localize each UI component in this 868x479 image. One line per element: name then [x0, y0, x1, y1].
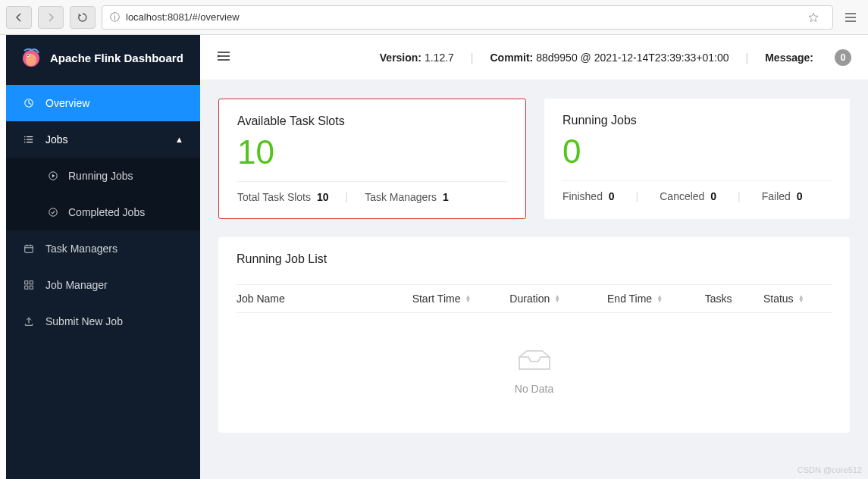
app-title: Apache Flink Dashboard [50, 52, 183, 64]
calendar-icon [23, 243, 35, 254]
url-text: localhost:8081/#/overview [126, 11, 240, 23]
divider [237, 181, 507, 182]
nav-jobs-label: Jobs [45, 133, 68, 146]
sort-icon: ▲▼ [554, 295, 560, 303]
upload-icon [23, 316, 35, 327]
nav-job-manager[interactable]: Job Manager [6, 267, 200, 303]
watermark: CSDN @core512 [797, 465, 862, 474]
reload-button[interactable] [70, 6, 96, 29]
running-jobs-value: 0 [562, 133, 832, 170]
message-count-badge[interactable]: 0 [835, 49, 851, 66]
th-status[interactable]: Status▲▼ [763, 293, 832, 305]
available-slots-value: 10 [237, 134, 507, 171]
browser-menu-icon[interactable] [839, 6, 862, 29]
nav-jobs[interactable]: Jobs ▲ [6, 121, 200, 158]
back-button[interactable] [6, 6, 32, 29]
svg-point-11 [24, 136, 25, 137]
divider [562, 180, 832, 181]
header-message: Message: [765, 52, 813, 64]
table-header: Job Name Start Time▲▼ Duration▲▼ End Tim… [237, 284, 832, 313]
svg-rect-22 [25, 286, 28, 289]
separator: | [746, 52, 749, 64]
nav: Overview Jobs ▲ Running Jobs Completed [6, 80, 200, 340]
main: Version: 1.12.7 | Commit: 88d9950 @ 2021… [200, 35, 868, 479]
header: Version: 1.12.7 | Commit: 88d9950 @ 2021… [200, 35, 868, 80]
card-meta: Total Task Slots 10 | Task Managers 1 [237, 191, 507, 203]
nav-running-jobs-label: Running Jobs [68, 170, 133, 182]
check-circle-icon [47, 207, 59, 218]
card-available-slots: Available Task Slots 10 Total Task Slots… [218, 99, 526, 219]
nav-completed-jobs[interactable]: Completed Jobs [6, 194, 200, 230]
svg-point-15 [49, 208, 58, 217]
nav-task-managers[interactable]: Task Managers [6, 230, 200, 267]
nav-overview-label: Overview [45, 97, 89, 109]
panel-title: Running Job List [237, 252, 832, 266]
sort-icon: ▲▼ [656, 295, 663, 303]
separator: | [738, 190, 741, 202]
running-job-list-panel: Running Job List Job Name Start Time▲▼ D… [218, 237, 850, 433]
nav-submit-new-job-label: Submit New Job [45, 315, 123, 327]
empty-state: No Data [237, 313, 832, 402]
header-commit: Commit: 88d9950 @ 2021-12-14T23:39:33+01… [490, 52, 729, 64]
sidebar: Apache Flink Dashboard Overview Jobs ▲ [6, 35, 200, 479]
nav-overview[interactable]: Overview [6, 85, 200, 121]
sort-icon: ▲▼ [798, 295, 804, 303]
svg-point-12 [24, 139, 25, 139]
svg-point-6 [27, 55, 29, 56]
info-icon: ⓘ [110, 11, 120, 24]
svg-rect-23 [30, 286, 33, 289]
chevron-up-icon: ▲ [175, 135, 183, 144]
sort-icon: ▲▼ [465, 295, 471, 303]
card-running-jobs: Running Jobs 0 Finished 0 | Canceled 0 |… [544, 99, 850, 219]
list-icon [23, 134, 35, 145]
th-end-time[interactable]: End Time▲▼ [607, 293, 705, 305]
left-strip [0, 35, 6, 479]
th-tasks[interactable]: Tasks [705, 293, 763, 305]
nav-running-jobs[interactable]: Running Jobs [6, 158, 200, 194]
empty-box-icon [512, 343, 557, 374]
canceled-jobs: Canceled 0 [660, 190, 716, 202]
finished-jobs: Finished 0 [562, 190, 615, 202]
cards-row: Available Task Slots 10 Total Task Slots… [218, 99, 850, 219]
card-title: Running Jobs [562, 114, 832, 127]
svg-rect-20 [25, 281, 28, 284]
nav-submit-new-job[interactable]: Submit New Job [6, 303, 200, 340]
th-job-name[interactable]: Job Name [237, 293, 412, 305]
svg-rect-16 [25, 246, 33, 252]
dashboard-icon [23, 98, 35, 108]
content: Available Task Slots 10 Total Task Slots… [200, 80, 868, 451]
th-start-time[interactable]: Start Time▲▼ [412, 293, 510, 305]
play-circle-icon [47, 171, 59, 181]
nav-completed-jobs-label: Completed Jobs [68, 206, 145, 218]
total-slots: Total Task Slots 10 [237, 191, 328, 203]
url-bar[interactable]: ⓘ localhost:8081/#/overview [102, 5, 833, 30]
separator: | [345, 191, 348, 203]
failed-jobs: Failed 0 [762, 190, 803, 202]
svg-point-13 [24, 142, 25, 142]
browser-toolbar: ⓘ localhost:8081/#/overview [0, 0, 868, 35]
nav-task-managers-label: Task Managers [45, 243, 118, 255]
card-title: Available Task Slots [237, 114, 507, 128]
bookmark-icon[interactable] [802, 6, 825, 29]
card-meta: Finished 0 | Canceled 0 | Failed 0 [562, 190, 832, 202]
no-data-label: No Data [237, 383, 832, 395]
header-version: Version: 1.12.7 [380, 52, 454, 64]
th-duration[interactable]: Duration▲▼ [509, 293, 607, 305]
forward-button[interactable] [38, 6, 64, 29]
separator: | [471, 52, 474, 64]
logo-bar: Apache Flink Dashboard [6, 35, 200, 80]
separator: | [636, 190, 639, 202]
svg-rect-21 [30, 281, 33, 284]
collapse-sidebar-icon[interactable] [217, 50, 230, 65]
nav-job-manager-label: Job Manager [45, 279, 108, 291]
task-managers: Task Managers 1 [365, 191, 449, 203]
cluster-icon [23, 280, 35, 290]
flink-logo-icon [20, 46, 42, 69]
